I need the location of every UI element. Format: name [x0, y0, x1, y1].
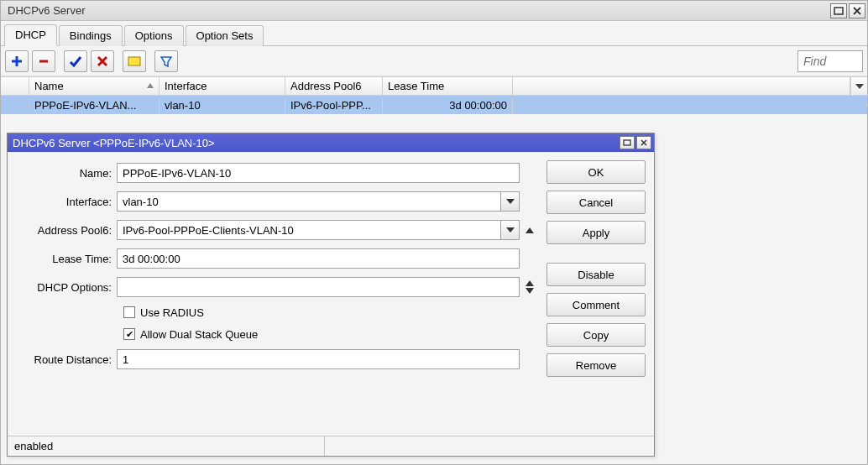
apply-button[interactable]: Apply [546, 221, 646, 244]
ok-button[interactable]: OK [546, 160, 646, 184]
dialog-title: DHCPv6 Server <PPPoE-IPv6-VLAN-10> [13, 137, 618, 149]
table-row[interactable]: PPPoE-IPv6-VLAN... vlan-10 IPv6-Pool-PPP… [1, 96, 867, 114]
column-menu-button[interactable] [850, 77, 867, 95]
disable-button[interactable]: Disable [546, 263, 646, 286]
name-input[interactable] [117, 163, 520, 183]
remove-button[interactable]: Remove [546, 353, 646, 377]
tab-option-sets[interactable]: Option Sets [186, 25, 264, 46]
use-radius-checkbox[interactable]: Use RADIUS [8, 301, 536, 323]
add-button[interactable] [5, 50, 29, 72]
interface-input[interactable] [117, 191, 501, 212]
checkbox-icon [123, 306, 135, 318]
dialog-close-button[interactable] [636, 136, 651, 149]
toolbar [1, 46, 867, 76]
name-label: Name: [8, 167, 117, 180]
col-interface[interactable]: Interface [159, 77, 285, 95]
route-distance-input[interactable] [117, 349, 520, 369]
window-title: DHCPv6 Server [3, 4, 829, 17]
remove-button[interactable] [32, 50, 55, 72]
sort-indicator-icon [147, 83, 154, 88]
comment-button[interactable] [123, 50, 146, 72]
svg-rect-2 [624, 140, 630, 145]
comment-button[interactable]: Comment [546, 293, 646, 316]
status-enabled: enabled [8, 436, 325, 456]
opts-up-icon[interactable] [526, 280, 534, 286]
use-radius-label: Use RADIUS [140, 306, 204, 319]
col-flag[interactable] [1, 77, 29, 95]
pool-label: Address Pool6: [8, 224, 117, 237]
disable-button[interactable] [91, 50, 114, 72]
tab-options[interactable]: Options [124, 25, 184, 46]
route-distance-label: Route Distance: [8, 353, 117, 366]
col-spacer [513, 77, 850, 95]
enable-button[interactable] [64, 50, 87, 72]
col-lease[interactable]: Lease Time [383, 77, 513, 95]
server-table: Name Interface Address Pool6 Lease Time … [1, 76, 867, 114]
tab-bindings[interactable]: Bindings [59, 25, 123, 46]
server-properties-dialog: DHCPv6 Server <PPPoE-IPv6-VLAN-10> Name:… [7, 133, 655, 457]
options-input[interactable] [117, 277, 520, 297]
pool-dropdown-button[interactable] [501, 220, 520, 240]
dialog-titlebar: DHCPv6 Server <PPPoE-IPv6-VLAN-10> [8, 133, 654, 152]
col-pool[interactable]: Address Pool6 [285, 77, 383, 95]
interface-label: Interface: [8, 196, 117, 208]
dialog-restore-button[interactable] [620, 136, 635, 149]
dialog-button-column: OK Cancel Apply Disable Comment Copy Rem… [536, 159, 646, 432]
pool-input[interactable] [117, 220, 501, 240]
checkbox-icon [123, 328, 135, 340]
filter-button[interactable] [154, 50, 178, 72]
copy-button[interactable]: Copy [546, 323, 646, 347]
table-header-row: Name Interface Address Pool6 Lease Time [1, 77, 867, 96]
cancel-button[interactable]: Cancel [546, 191, 646, 214]
lease-input[interactable] [117, 248, 520, 269]
tabs: DHCP Bindings Options Option Sets [1, 23, 867, 46]
window-restore-button[interactable] [830, 3, 847, 18]
svg-rect-1 [128, 57, 140, 65]
dialog-statusbar: enabled [8, 436, 654, 456]
find-input[interactable] [797, 50, 863, 72]
interface-dropdown-button[interactable] [501, 191, 520, 212]
opts-down-icon[interactable] [526, 288, 534, 294]
col-name[interactable]: Name [29, 77, 159, 95]
tab-dhcp[interactable]: DHCP [4, 24, 57, 46]
options-label: DHCP Options: [8, 281, 117, 294]
titlebar: DHCPv6 Server [1, 1, 867, 21]
lease-label: Lease Time: [8, 253, 117, 265]
form-area: Name: Interface: Address Pool6: Lease Ti… [8, 159, 536, 432]
dual-stack-label: Allow Dual Stack Queue [140, 328, 258, 341]
svg-rect-0 [834, 8, 843, 14]
pool-up-icon[interactable] [526, 227, 534, 233]
window-close-button[interactable] [849, 3, 865, 18]
dual-stack-checkbox[interactable]: Allow Dual Stack Queue [8, 323, 536, 345]
